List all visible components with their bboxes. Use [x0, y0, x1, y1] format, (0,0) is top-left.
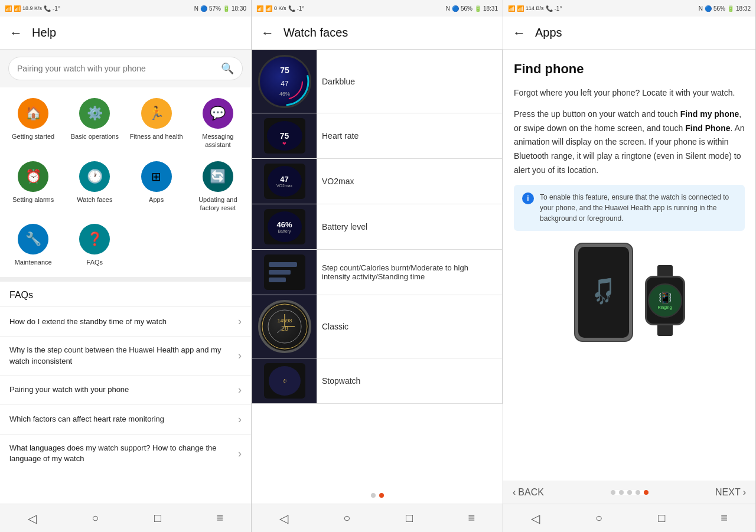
- status-left-1: 📶 📶 18.9 K/s 📞 -1°: [5, 5, 60, 12]
- nav-bar-1: ◁ ○ □ ≡: [0, 504, 251, 532]
- signal-neg-3: -1°: [555, 5, 562, 12]
- watch-screen: 📳 Ringing: [648, 283, 682, 318]
- dot-apps-3[interactable]: [627, 490, 632, 495]
- phone-icon-2: 📞: [288, 5, 295, 12]
- status-right-1: N 🔵 57% 🔋 18:30: [194, 5, 246, 12]
- phone-illustration: 🎵 🎶: [574, 243, 633, 342]
- faqs-title: FAQs: [0, 282, 251, 306]
- status-left-3: 📶 📶 114 B/s 📞 -1°: [508, 5, 562, 12]
- faq-text-4: Which factors can affect heart rate moni…: [9, 414, 238, 425]
- grid-item-apps[interactable]: ⊞ Apps: [126, 155, 187, 218]
- faq-arrow-5: ›: [238, 448, 242, 460]
- wf-row-classic[interactable]: 14598 28 Classic: [252, 295, 503, 358]
- page-title-help: Help: [32, 26, 56, 40]
- fitness-health-label: Fitness and health: [130, 132, 183, 141]
- wf-row-vo2[interactable]: 47 VO2max VO2max: [252, 159, 503, 204]
- nav-home-icon-1[interactable]: ○: [92, 511, 99, 525]
- music-note-icon-2: 🎶: [596, 292, 611, 306]
- wf-row-battery[interactable]: 46% Battery Battery level: [252, 204, 503, 250]
- faq-item-3[interactable]: Pairing your watch with your phone ›: [0, 375, 251, 404]
- wf-label-battery: Battery level: [317, 204, 503, 250]
- nav-back-icon-2[interactable]: ◁: [279, 511, 288, 526]
- signal-icon-2a: 📶: [256, 5, 263, 12]
- wf-row-heart[interactable]: 75 ❤ Heart rate: [252, 113, 503, 159]
- wf-row-steps[interactable]: Step count/Calories burnt/Moderate to hi…: [252, 250, 503, 295]
- top-bar-wf: ← Watch faces: [252, 17, 503, 50]
- grid-item-fitness-health[interactable]: 🏃 Fitness and health: [126, 92, 187, 155]
- time-2: 18:31: [483, 5, 498, 12]
- nav-back-icon-1[interactable]: ◁: [28, 511, 37, 526]
- grid-item-maintenance[interactable]: 🔧 Maintenance: [2, 218, 64, 272]
- back-button-apps[interactable]: ←: [513, 25, 526, 41]
- fitness-health-icon: 🏃: [141, 98, 172, 129]
- nav-home-icon-2[interactable]: ○: [343, 511, 350, 525]
- next-nav-button[interactable]: NEXT ›: [715, 487, 746, 498]
- faq-item-1[interactable]: How do I extend the standby time of my w…: [0, 306, 251, 336]
- wf-row-darkblue[interactable]: 75 47 46% Darkblue: [252, 50, 503, 113]
- wf-label-heart: Heart rate: [317, 113, 503, 159]
- faq-arrow-1: ›: [238, 315, 242, 328]
- phone-screen: 🎵 🎶: [578, 247, 629, 338]
- nav-square-icon-1[interactable]: □: [154, 511, 161, 525]
- top-bar-help: ← Help: [0, 17, 251, 50]
- faq-item-2[interactable]: Why is the step count between the Huawei…: [0, 336, 251, 374]
- updating-icon: 🔄: [203, 161, 233, 192]
- faq-text-3: Pairing your watch with your phone: [9, 384, 238, 395]
- basic-operations-label: Basic operations: [71, 132, 119, 141]
- nav-home-icon-3[interactable]: ○: [595, 511, 602, 525]
- grid-item-watch-faces[interactable]: 🕐 Watch faces: [64, 155, 125, 218]
- next-chevron-icon: ›: [743, 487, 746, 498]
- phone-icon-3: 📞: [546, 5, 553, 12]
- back-button-wf[interactable]: ←: [261, 25, 274, 41]
- search-icon[interactable]: 🔍: [221, 62, 234, 75]
- back-chevron-icon: ‹: [513, 487, 516, 498]
- status-bar-1: 📶 📶 18.9 K/s 📞 -1° N 🔵 57% 🔋 18:30: [0, 0, 251, 17]
- faq-arrow-4: ›: [238, 413, 242, 426]
- grid-item-basic-operations[interactable]: ⚙️ Basic operations: [64, 92, 125, 155]
- nav-back-icon-3[interactable]: ◁: [531, 511, 540, 526]
- back-button-help[interactable]: ←: [9, 25, 22, 41]
- find-phone-para2: Press the up button on your watch and to…: [514, 107, 745, 178]
- grid-item-faqs[interactable]: ❓ FAQs: [64, 218, 125, 272]
- battery-icon-3: 🔋: [727, 5, 734, 12]
- dot-apps-5[interactable]: [644, 490, 649, 495]
- nav-square-icon-2[interactable]: □: [406, 511, 413, 525]
- wf-img-heart: 75 ❤: [252, 113, 317, 159]
- faq-item-4[interactable]: Which factors can affect heart rate moni…: [0, 404, 251, 434]
- dot-wf-1[interactable]: [371, 493, 376, 498]
- search-input[interactable]: [17, 64, 216, 73]
- panel-apps: 📶 📶 114 B/s 📞 -1° N 🔵 56% 🔋 18:32 ← Apps…: [503, 0, 756, 532]
- faq-text-2: Why is the step count between the Huawei…: [9, 345, 238, 366]
- nav-prev-next: ‹ BACK NEXT ›: [503, 481, 755, 504]
- nav-square-icon-3[interactable]: □: [658, 511, 665, 525]
- back-nav-button[interactable]: ‹ BACK: [513, 487, 544, 498]
- signal-neg: -1°: [53, 5, 60, 12]
- nav-menu-icon-1[interactable]: ≡: [217, 511, 224, 525]
- signal-icon-3a: 📶: [508, 5, 515, 12]
- basic-operations-icon: ⚙️: [79, 98, 110, 129]
- info-box: i To enable this feature, ensure that th…: [514, 185, 745, 231]
- faq-item-5[interactable]: What languages does my watch support? Ho…: [0, 434, 251, 472]
- dot-wf-2[interactable]: [379, 493, 384, 498]
- nav-menu-icon-2[interactable]: ≡: [468, 511, 475, 525]
- grid-item-alarms[interactable]: ⏰ Setting alarms: [2, 155, 64, 218]
- panel-help: 📶 📶 18.9 K/s 📞 -1° N 🔵 57% 🔋 18:30 ← Hel…: [0, 0, 252, 532]
- nav-menu-icon-3[interactable]: ≡: [721, 511, 728, 525]
- grid-item-messaging[interactable]: 💬 Messaging assistant: [187, 92, 249, 155]
- grid-item-updating[interactable]: 🔄 Updating and factory reset: [187, 155, 249, 218]
- faqs-label: FAQs: [87, 258, 103, 266]
- apps-content: Find phone Forgot where you left your ph…: [503, 50, 755, 481]
- time-1: 18:30: [232, 5, 246, 12]
- faqs-icon: ❓: [79, 224, 110, 254]
- wf-row-stopwatch[interactable]: ⏱ Stopwatch: [252, 358, 503, 404]
- battery-icon-2: 🔋: [474, 5, 481, 12]
- find-phone-title: Find phone: [514, 61, 745, 77]
- dot-apps-2[interactable]: [619, 490, 624, 495]
- nfc-icon: N: [194, 5, 198, 12]
- bluetooth-icon-3: 🔵: [705, 5, 712, 12]
- dot-apps-1[interactable]: [611, 490, 615, 495]
- dot-apps-4[interactable]: [636, 490, 640, 495]
- messaging-icon: 💬: [203, 98, 233, 129]
- search-bar[interactable]: 🔍: [8, 57, 243, 80]
- grid-item-getting-started[interactable]: 🏠 Getting started: [2, 92, 64, 155]
